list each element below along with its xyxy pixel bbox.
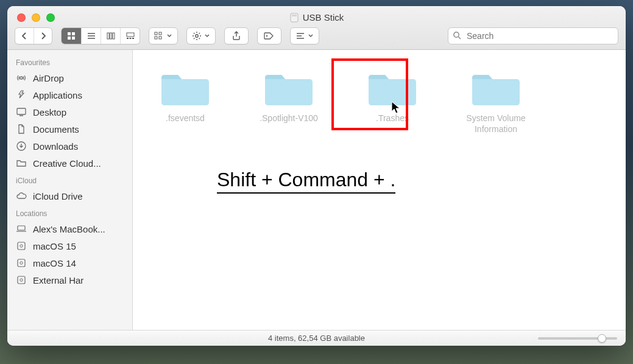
folder-label: .Spotlight-V100	[260, 113, 318, 124]
svg-rect-9	[127, 33, 134, 37]
svg-rect-3	[72, 32, 75, 35]
chevron-right-icon	[40, 32, 46, 40]
documents-icon	[16, 124, 27, 135]
list-icon	[87, 32, 96, 40]
folder-svi[interactable]: System Volume Information	[465, 68, 526, 135]
svg-rect-16	[159, 37, 161, 39]
svg-rect-6	[107, 33, 109, 39]
svg-rect-11	[129, 38, 131, 39]
sidebar-item-desktop[interactable]: Desktop	[7, 103, 132, 121]
disk-icon	[16, 257, 27, 268]
grid-icon	[67, 32, 76, 40]
folder-label: .fseventsd	[166, 113, 205, 124]
svg-rect-7	[110, 33, 111, 39]
cloud-icon	[16, 191, 27, 201]
folder-icon	[263, 68, 315, 108]
sidebar-item-airdrop[interactable]: AirDrop	[7, 69, 132, 86]
gallery-view-button[interactable]	[120, 28, 140, 44]
desktop-icon	[16, 107, 27, 117]
column-view-button[interactable]	[101, 28, 120, 44]
gear-icon	[192, 31, 202, 41]
chevron-down-icon	[308, 33, 314, 39]
columns-icon	[107, 32, 115, 40]
svg-rect-8	[113, 33, 115, 39]
sidebar-item-label: macOS 14	[33, 258, 76, 268]
sidebar-item-label: Alex's MacBook...	[33, 224, 105, 234]
disk-icon	[16, 240, 27, 251]
sidebar-item-label: Documents	[33, 124, 79, 135]
sidebar-item-label: Applications	[33, 90, 82, 100]
share-button[interactable]	[224, 27, 249, 44]
nav-group	[15, 27, 52, 44]
sidebar-section-favourites: Favourites	[7, 54, 132, 69]
svg-rect-12	[132, 38, 134, 39]
svg-rect-24	[18, 242, 25, 250]
sidebar-item-macos15[interactable]: macOS 15	[7, 237, 132, 254]
sidebar-item-icloud-drive[interactable]: iCloud Drive	[7, 187, 132, 205]
window-body: Favourites AirDrop Applications Desktop …	[7, 50, 626, 330]
view-mode-segment	[61, 27, 140, 44]
slider-knob[interactable]	[598, 334, 606, 343]
folder-label: System Volume Information	[465, 113, 526, 135]
folder-icon	[470, 68, 522, 108]
back-button[interactable]	[15, 28, 34, 44]
search-box	[448, 27, 618, 44]
sidebar[interactable]: Favourites AirDrop Applications Desktop …	[7, 50, 133, 330]
sidebar-item-macbook[interactable]: Alex's MacBook...	[7, 220, 132, 237]
downloads-icon	[16, 141, 27, 152]
svg-point-19	[454, 32, 459, 37]
svg-point-20	[20, 77, 23, 79]
group-icon	[154, 32, 164, 40]
airdrop-icon	[16, 72, 27, 83]
sidebar-section-locations: Locations	[7, 205, 132, 220]
forward-button[interactable]	[34, 28, 52, 44]
arrange-button[interactable]	[290, 27, 319, 44]
search-input[interactable]	[448, 27, 618, 44]
chevron-down-icon	[204, 33, 210, 39]
svg-rect-26	[18, 259, 25, 267]
sidebar-item-downloads[interactable]: Downloads	[7, 138, 132, 155]
applications-icon	[16, 89, 27, 100]
icon-view-button[interactable]	[62, 28, 81, 44]
svg-rect-13	[155, 32, 157, 35]
group-by-button[interactable]	[149, 27, 178, 44]
svg-point-25	[20, 245, 23, 247]
folder-icon	[159, 68, 211, 108]
usb-disk-icon	[289, 13, 299, 23]
folder-fseventsd[interactable]: .fseventsd	[155, 68, 216, 124]
window-title: USB Stick	[7, 12, 626, 23]
svg-point-27	[20, 262, 23, 264]
keyboard-shortcut-overlay: Shift + Command + .	[217, 169, 395, 194]
content-area[interactable]: .fseventsd .Spotlight-V100 .Trashes Syst…	[133, 50, 626, 330]
folder-spotlight[interactable]: .Spotlight-V100	[258, 68, 319, 124]
svg-rect-15	[159, 32, 161, 35]
svg-point-29	[20, 279, 23, 281]
list-view-button[interactable]	[81, 28, 101, 44]
sidebar-item-external-hd[interactable]: External Har	[7, 271, 132, 289]
tag-icon	[264, 32, 275, 40]
toolbar	[15, 27, 618, 44]
svg-rect-2	[68, 32, 71, 35]
action-menu-button[interactable]	[186, 27, 216, 44]
finder-window: USB Stick	[7, 6, 626, 346]
svg-rect-10	[127, 38, 129, 39]
external-disk-icon	[16, 275, 27, 285]
tags-button[interactable]	[257, 27, 281, 44]
sidebar-item-label: Desktop	[33, 107, 66, 117]
icon-size-slider[interactable]	[538, 337, 617, 340]
share-icon	[232, 31, 241, 41]
sidebar-item-creative-cloud[interactable]: Creative Cloud...	[7, 155, 132, 172]
sidebar-item-label: macOS 15	[33, 241, 76, 251]
highlight-annotation	[331, 58, 408, 130]
sidebar-item-documents[interactable]: Documents	[7, 121, 132, 138]
statusbar-text: 4 items, 62,54 GB available	[268, 334, 365, 343]
svg-rect-5	[72, 37, 75, 40]
sidebar-item-macos14[interactable]: macOS 14	[7, 254, 132, 271]
svg-rect-23	[18, 226, 25, 230]
sidebar-item-label: AirDrop	[33, 73, 64, 83]
sidebar-item-applications[interactable]: Applications	[7, 86, 132, 103]
svg-rect-4	[68, 37, 71, 40]
svg-point-18	[266, 35, 267, 37]
sidebar-item-label: Creative Cloud...	[33, 158, 101, 169]
cursor-icon	[391, 101, 401, 114]
